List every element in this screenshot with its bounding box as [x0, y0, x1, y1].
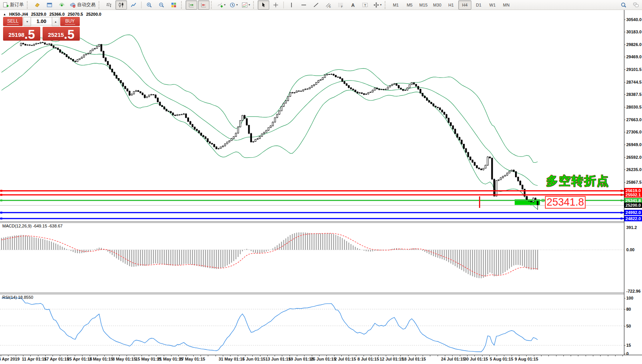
channel-button[interactable]: E: [323, 0, 334, 10]
templates-icon: [242, 2, 248, 8]
fibonacci-button[interactable]: F: [335, 0, 346, 10]
close-value: 25200.0: [86, 12, 101, 16]
time-axis-tick: [571, 355, 571, 356]
price-scale-label: 28387.5: [626, 92, 642, 97]
time-axis-tick: [112, 355, 112, 356]
time-axis-tick: [252, 355, 253, 356]
signals-button[interactable]: [56, 0, 67, 10]
sell-price-display[interactable]: 25198.5: [3, 27, 40, 41]
macd-splitter-line[interactable]: [0, 221, 624, 222]
price-scale-tick: [624, 32, 626, 32]
toolbar-sep-2: [283, 2, 284, 8]
time-axis-tick: [541, 355, 542, 356]
tf-m15[interactable]: M15: [417, 0, 430, 10]
auto-trading-button[interactable]: 自动交易: [68, 0, 97, 10]
open-value: 25329.0: [31, 12, 46, 16]
red-marker-object[interactable]: [479, 196, 480, 208]
time-axis-label: 24 Jul 01:15: [441, 357, 465, 361]
periods-button[interactable]: ▾: [228, 0, 239, 10]
vertical-line-button[interactable]: [286, 0, 297, 10]
tf-d1[interactable]: D1: [472, 0, 485, 10]
time-axis-tick: [164, 355, 164, 356]
rsi-scale-label: 100: [626, 296, 633, 300]
line-chart-button[interactable]: [128, 0, 139, 10]
bar-chart-icon: [106, 2, 112, 8]
time-axis-tick: [349, 355, 349, 356]
price-scale-label: 28744.5: [626, 80, 642, 84]
new-order-button[interactable]: 新订单: [1, 0, 25, 10]
time-axis-tick: [223, 355, 223, 356]
tf-h4[interactable]: H4: [458, 0, 471, 10]
tf-mn[interactable]: MN: [500, 0, 513, 10]
chart-ohlc-header: ▲ HK50-,H4 25329.0 25366.0 25070.5 25200…: [3, 12, 103, 16]
time-axis-label: 31 May 01:15: [219, 357, 245, 361]
label-button[interactable]: T: [359, 0, 371, 10]
zoom-out-button[interactable]: [156, 0, 167, 10]
chat-button[interactable]: [630, 0, 642, 10]
price-chart-canvas[interactable]: [0, 10, 642, 222]
high-value: 25366.0: [49, 12, 65, 16]
tile-windows-button[interactable]: [168, 0, 179, 10]
tf-m30[interactable]: M30: [431, 0, 444, 10]
tf-m5[interactable]: M5: [403, 0, 416, 10]
time-axis-tick: [260, 355, 260, 356]
collapse-triangle-icon[interactable]: ▲: [3, 13, 6, 16]
tf-m1[interactable]: M1: [389, 0, 402, 10]
text-button[interactable]: A: [347, 0, 359, 10]
indicators-button[interactable]: ▾: [216, 0, 227, 10]
time-axis-tick: [556, 355, 556, 356]
search-button[interactable]: [618, 0, 629, 10]
templates-button[interactable]: ▾: [240, 0, 252, 10]
time-axis-tick: [208, 355, 208, 356]
tf-w1[interactable]: W1: [486, 0, 499, 10]
price-scale-tick: [624, 69, 626, 70]
tile-windows-icon: [171, 2, 177, 8]
chevron-down-icon[interactable]: ▾: [236, 3, 238, 7]
chevron-down-icon[interactable]: ▾: [249, 3, 250, 7]
volume-decrease-button[interactable]: ▼: [23, 17, 31, 26]
time-axis-tick: [608, 355, 608, 356]
time-axis-tick: [38, 355, 38, 356]
price-scale-tick: [624, 120, 626, 120]
cursor-button[interactable]: [258, 0, 269, 10]
crosshair-button[interactable]: [270, 0, 281, 10]
price-scale-label: 29469.0: [626, 54, 642, 59]
rsi-scale-tick: [624, 298, 626, 298]
buy-button[interactable]: BUY: [60, 17, 80, 26]
trendline-button[interactable]: [310, 0, 322, 10]
horizontal-line-button[interactable]: [298, 0, 309, 10]
candlestick-chart-button[interactable]: [115, 0, 127, 10]
price-level-label: 25200.0: [624, 203, 642, 208]
journal-button[interactable]: [31, 0, 43, 10]
turning-point-annotation[interactable]: 多空转折点: [546, 173, 609, 189]
price-scale-label: 26949.0: [626, 142, 642, 147]
arrows-button[interactable]: ▾: [372, 0, 383, 10]
bar-chart-button[interactable]: [103, 0, 115, 10]
price-scale-tick: [624, 20, 626, 20]
sell-button[interactable]: SELL: [3, 17, 23, 26]
chevron-down-icon[interactable]: ▾: [380, 3, 382, 7]
time-axis-tick: [423, 355, 423, 356]
macd-panel-canvas[interactable]: [0, 223, 642, 293]
chevron-down-icon[interactable]: ▾: [224, 3, 226, 7]
time-axis-tick: [178, 355, 179, 356]
price-callout-label[interactable]: 25341.8: [545, 196, 586, 209]
buy-price-display[interactable]: 25215.5: [43, 27, 80, 41]
time-axis-tick: [75, 355, 75, 356]
volume-increase-button[interactable]: ▲: [52, 17, 59, 26]
time-axis-tick: [127, 355, 127, 356]
time-axis-tick: [282, 355, 282, 356]
tf-d1-label: D1: [476, 3, 481, 7]
tf-h1[interactable]: H1: [444, 0, 458, 10]
volume-input[interactable]: [31, 17, 52, 25]
time-axis-tick: [512, 355, 512, 356]
rsi-panel-canvas[interactable]: [0, 294, 642, 355]
auto-scroll-button[interactable]: [186, 0, 197, 10]
time-axis-tick: [60, 355, 60, 356]
chart-shift-button[interactable]: [198, 0, 209, 10]
rsi-splitter-line[interactable]: [0, 293, 624, 293]
toolbar-grip-6: [385, 1, 388, 9]
zoom-in-button[interactable]: [143, 0, 155, 10]
time-axis-tick: [445, 355, 445, 356]
new-window-button[interactable]: [44, 0, 55, 10]
